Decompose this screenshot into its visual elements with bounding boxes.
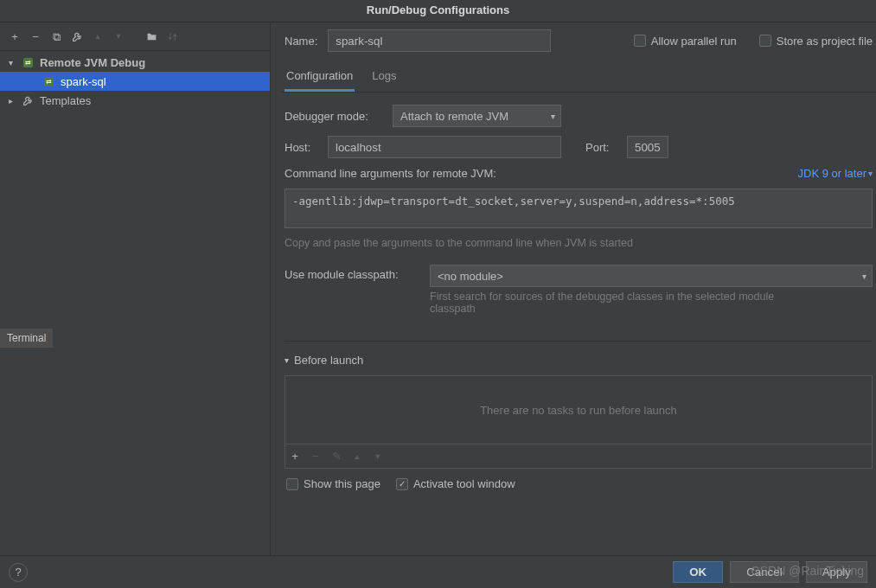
wrench-icon	[21, 93, 35, 107]
debugger-mode-label: Debugger mode:	[285, 110, 384, 123]
copy-icon[interactable]: ⧉	[50, 30, 62, 42]
checkbox-icon	[634, 35, 646, 47]
down-icon[interactable]: ▼	[372, 452, 384, 461]
window-title: Run/Debug Configurations	[0, 0, 876, 22]
ok-button[interactable]: OK	[673, 561, 723, 583]
tab-configuration[interactable]: Configuration	[285, 62, 355, 92]
show-page-label: Show this page	[304, 477, 380, 490]
name-label: Name:	[285, 35, 317, 48]
remove-icon[interactable]: −	[310, 450, 322, 463]
cmd-args-label: Command line arguments for remote JVM:	[285, 167, 496, 180]
terminal-tab[interactable]: Terminal	[0, 329, 53, 348]
jvm-icon: ⇄	[21, 55, 35, 69]
tree-node-remote-jvm[interactable]: ▾ ⇄ Remote JVM Debug	[0, 53, 270, 72]
cmd-args-hint: Copy and paste the arguments to the comm…	[285, 237, 873, 249]
tree-label: Remote JVM Debug	[38, 56, 145, 69]
allow-parallel-checkbox[interactable]: Allow parallel run	[634, 35, 737, 48]
cancel-button[interactable]: Cancel	[730, 561, 799, 583]
cmd-args-field[interactable]: -agentlib:jdwp=transport=dt_socket,serve…	[285, 189, 873, 228]
before-launch-header[interactable]: ▾ Before launch	[285, 354, 873, 367]
port-label: Port:	[585, 141, 618, 154]
down-icon[interactable]: ▼	[112, 30, 125, 42]
activate-tool-window-checkbox[interactable]: Activate tool window	[396, 477, 515, 490]
left-panel: + − ⧉ ▲ ▼ ▾ ⇄ Remote JVM Debug ⇄	[0, 22, 271, 555]
remove-icon[interactable]: −	[29, 30, 42, 42]
up-icon[interactable]: ▲	[92, 30, 104, 42]
chevron-right-icon[interactable]: ▸	[9, 96, 17, 105]
right-panel: Name: Allow parallel run Store as projec…	[271, 22, 876, 555]
jvm-icon: ⇄	[42, 74, 55, 88]
before-launch-list: There are no tasks to run before launch	[285, 375, 873, 444]
module-classpath-hint: First search for sources of the debugged…	[430, 291, 810, 315]
config-tree: ▾ ⇄ Remote JVM Debug ⇄ spark-sql ▸ Templ…	[0, 50, 270, 555]
jdk-version-link[interactable]: JDK 9 or later ▾	[798, 167, 873, 180]
before-launch-empty: There are no tasks to run before launch	[480, 404, 677, 417]
checkbox-icon	[759, 35, 771, 47]
show-page-checkbox[interactable]: Show this page	[286, 477, 380, 490]
checkbox-icon	[286, 478, 298, 490]
tree-node-spark-sql[interactable]: ⇄ spark-sql	[0, 72, 270, 91]
folder-icon[interactable]	[145, 30, 157, 42]
sort-icon[interactable]	[166, 30, 178, 42]
host-input[interactable]	[328, 136, 561, 158]
checkbox-icon	[396, 478, 408, 490]
tree-label: Templates	[38, 94, 91, 107]
host-label: Host:	[285, 141, 319, 154]
debugger-mode-select[interactable]: Attach to remote JVM	[393, 105, 561, 127]
add-icon[interactable]: +	[9, 30, 21, 42]
module-classpath-select[interactable]: <no module>	[430, 265, 873, 287]
activate-tool-window-label: Activate tool window	[413, 477, 515, 490]
apply-button[interactable]: Apply	[806, 561, 867, 583]
port-input[interactable]	[627, 136, 668, 158]
tabs: Configuration Logs	[281, 62, 876, 93]
before-launch-toolbar: + − ✎ ▲ ▼	[285, 444, 873, 469]
debugger-mode-value: Attach to remote JVM	[400, 110, 508, 123]
tree-toolbar: + − ⧉ ▲ ▼	[0, 22, 270, 50]
before-launch-label: Before launch	[294, 354, 363, 367]
wrench-icon[interactable]	[71, 30, 83, 42]
store-project-checkbox[interactable]: Store as project file	[759, 35, 873, 48]
tree-label: spark-sql	[59, 75, 106, 88]
up-icon[interactable]: ▲	[351, 452, 363, 461]
help-button[interactable]: ?	[9, 563, 28, 582]
module-classpath-value: <no module>	[438, 270, 503, 283]
store-project-label: Store as project file	[777, 35, 873, 48]
chevron-down-icon: ▾	[285, 355, 289, 365]
add-icon[interactable]: +	[289, 450, 301, 463]
allow-parallel-label: Allow parallel run	[651, 35, 737, 48]
dialog-footer: ? OK Cancel Apply	[0, 555, 876, 588]
tree-node-templates[interactable]: ▸ Templates	[0, 91, 270, 110]
name-input[interactable]	[328, 29, 551, 52]
chevron-down-icon[interactable]: ▾	[9, 58, 17, 67]
module-classpath-label: Use module classpath:	[285, 265, 421, 281]
tab-logs[interactable]: Logs	[370, 62, 398, 92]
edit-icon[interactable]: ✎	[330, 450, 342, 463]
